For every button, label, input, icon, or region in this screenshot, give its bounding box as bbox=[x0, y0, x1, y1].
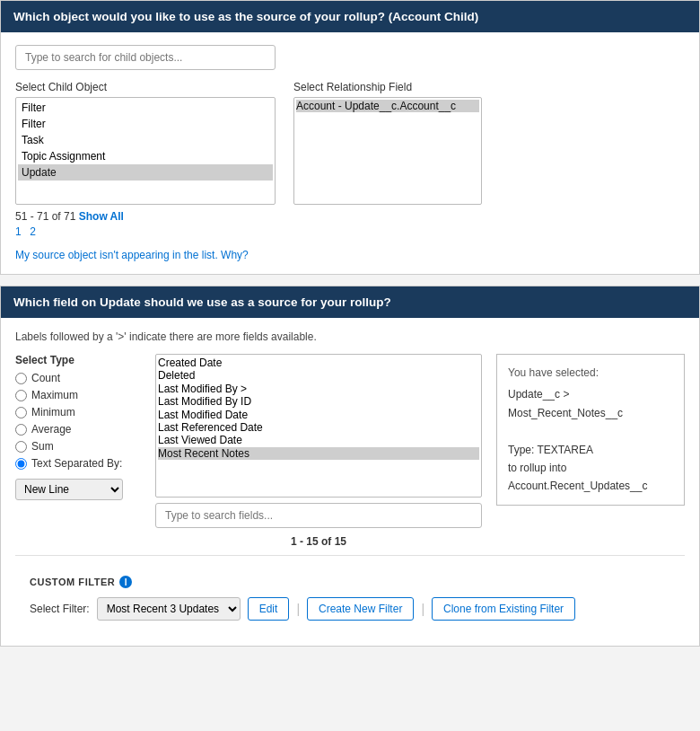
select-type-label: Select Type bbox=[15, 354, 141, 366]
child-object-label: Select Child Object bbox=[15, 81, 276, 93]
radio-count[interactable]: Count bbox=[15, 372, 141, 384]
child-object-option[interactable]: Task bbox=[18, 132, 273, 148]
page-1-link[interactable]: 1 bbox=[15, 225, 22, 238]
radio-text-sep-input[interactable] bbox=[15, 458, 27, 470]
child-object-search-input[interactable] bbox=[15, 45, 276, 70]
radio-minimum-input[interactable] bbox=[15, 407, 27, 418]
radio-text-sep[interactable]: Text Separated By: bbox=[15, 457, 141, 470]
info-icon[interactable]: i bbox=[119, 576, 132, 588]
child-object-option[interactable]: Topic Assignment bbox=[18, 148, 273, 164]
pipe-divider-2: | bbox=[421, 602, 424, 616]
custom-filter-section: CUSTOM FILTER i Select Filter: Most Rece… bbox=[15, 563, 685, 633]
radio-sum-input[interactable] bbox=[15, 441, 27, 453]
field-option[interactable]: Last Modified By ID bbox=[158, 395, 479, 408]
pagination-range: 51 - 71 of 71 bbox=[15, 210, 75, 223]
radio-minimum-label: Minimum bbox=[31, 406, 75, 418]
child-object-listbox[interactable]: Filter Filter Task Topic Assignment Upda… bbox=[15, 97, 276, 205]
field-option[interactable]: Last Viewed Date bbox=[158, 434, 479, 446]
radio-average-label: Average bbox=[31, 423, 71, 436]
pagination-links: 1 2 bbox=[15, 225, 276, 238]
you-selected-label: You have selected: bbox=[508, 364, 673, 382]
field-option[interactable]: Last Modified Date bbox=[158, 409, 479, 421]
field-option[interactable]: Last Modified By > bbox=[158, 383, 479, 395]
custom-filter-title: CUSTOM FILTER i bbox=[30, 576, 670, 588]
section1-title: Which object would you like to use as th… bbox=[13, 10, 478, 23]
child-object-selectors: Select Child Object Filter Filter Task T… bbox=[15, 81, 685, 238]
child-object-option[interactable]: Filter bbox=[18, 116, 273, 132]
radio-count-input[interactable] bbox=[15, 373, 27, 384]
radio-maximum-input[interactable] bbox=[15, 390, 27, 401]
field-option[interactable]: Deleted bbox=[158, 369, 479, 382]
pipe-divider-1: | bbox=[296, 602, 300, 616]
select-type-col: Select Type Count Maximum Minimum bbox=[15, 354, 141, 548]
radio-sum-label: Sum bbox=[31, 440, 54, 453]
rollup-target: Account.Recent_Updates__c bbox=[508, 477, 673, 495]
relationship-field-col: Select Relationship Field Account - Upda… bbox=[293, 81, 482, 238]
radio-minimum[interactable]: Minimum bbox=[15, 406, 141, 418]
fields-listbox[interactable]: Created Date Deleted Last Modified By > … bbox=[155, 354, 482, 498]
filter-select[interactable]: Most Recent 3 Updates All Updates Active… bbox=[97, 597, 241, 621]
field-row: Select Type Count Maximum Minimum bbox=[15, 354, 685, 548]
selected-info-col: You have selected: Update__c > Most_Rece… bbox=[496, 354, 685, 506]
child-object-option[interactable]: Filter bbox=[18, 100, 273, 116]
radio-average-input[interactable] bbox=[15, 424, 27, 436]
pagination-info: 51 - 71 of 71 Show All bbox=[15, 210, 276, 223]
radio-count-label: Count bbox=[31, 372, 60, 384]
section-divider bbox=[15, 555, 685, 556]
section-field-source: Which field on Update should we use as a… bbox=[0, 286, 700, 647]
child-object-option[interactable]: Update bbox=[18, 164, 273, 181]
page-2-link[interactable]: 2 bbox=[30, 225, 36, 238]
radio-maximum[interactable]: Maximum bbox=[15, 389, 141, 401]
select-filter-label: Select Filter: bbox=[30, 603, 90, 615]
selected-field-path: Update__c > Most_Recent_Notes__c bbox=[508, 385, 673, 422]
radio-sum[interactable]: Sum bbox=[15, 440, 141, 453]
field-option[interactable]: Most Recent Notes bbox=[158, 447, 479, 460]
field-option[interactable]: Created Date bbox=[158, 357, 479, 369]
radio-maximum-label: Maximum bbox=[31, 389, 78, 401]
selected-type-label: Type: TEXTAREA bbox=[508, 441, 673, 459]
field-count: 1 - 15 of 15 bbox=[155, 535, 482, 548]
child-object-col: Select Child Object Filter Filter Task T… bbox=[15, 81, 276, 238]
section2-header: Which field on Update should we use as a… bbox=[1, 286, 699, 318]
to-rollup-label: to rollup into bbox=[508, 459, 673, 477]
create-new-filter-button[interactable]: Create New Filter bbox=[307, 597, 414, 621]
hint-text: Labels followed by a '>' indicate there … bbox=[15, 330, 685, 343]
relationship-listbox[interactable]: Account - Update__c.Account__c bbox=[293, 97, 482, 205]
relationship-option[interactable]: Account - Update__c.Account__c bbox=[296, 100, 479, 112]
show-all-link[interactable]: Show All bbox=[79, 210, 124, 223]
clone-filter-button[interactable]: Clone from Existing Filter bbox=[432, 597, 575, 621]
filter-row: Select Filter: Most Recent 3 Updates All… bbox=[30, 597, 670, 621]
relationship-label: Select Relationship Field bbox=[293, 81, 482, 93]
fields-col: Created Date Deleted Last Modified By > … bbox=[155, 354, 482, 548]
section2-title: Which field on Update should we use as a… bbox=[13, 295, 391, 309]
section1-header: Which object would you like to use as th… bbox=[1, 1, 699, 32]
custom-filter-label: CUSTOM FILTER bbox=[30, 577, 115, 587]
source-not-appearing-link[interactable]: My source object isn't appearing in the … bbox=[15, 249, 249, 261]
field-search-input[interactable] bbox=[155, 503, 482, 528]
radio-group: Count Maximum Minimum Average bbox=[15, 372, 141, 470]
separator-select[interactable]: New Line Comma Semicolon Space bbox=[15, 479, 123, 500]
section-child-object: Which object would you like to use as th… bbox=[0, 0, 700, 275]
edit-filter-button[interactable]: Edit bbox=[248, 597, 290, 621]
radio-text-sep-label: Text Separated By: bbox=[31, 457, 122, 470]
radio-average[interactable]: Average bbox=[15, 423, 141, 436]
field-option[interactable]: Last Referenced Date bbox=[158, 421, 479, 434]
